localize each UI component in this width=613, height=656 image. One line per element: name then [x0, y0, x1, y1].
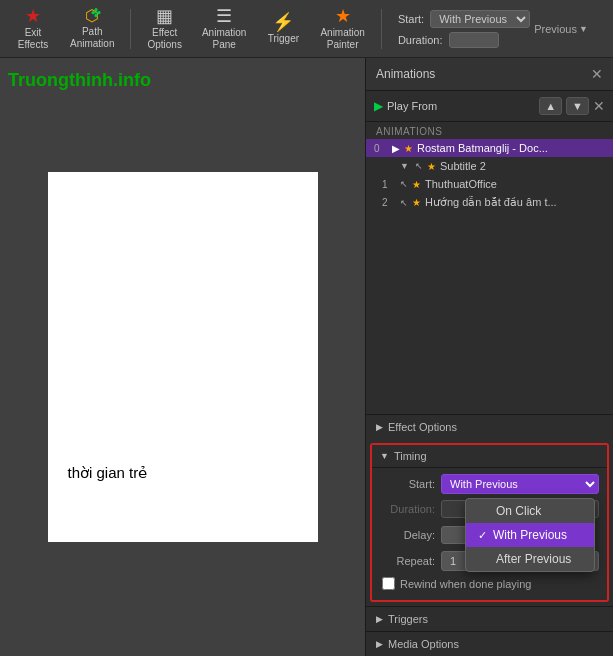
media-options-label: Media Options — [388, 638, 459, 650]
start-field-row: Start: With Previous On Click After Prev… — [380, 474, 599, 494]
timing-header-label: Timing — [394, 450, 427, 462]
trigger-icon: ⚡ — [272, 13, 294, 31]
animation-pane-label: Animation Pane — [202, 27, 246, 51]
anim-star-1: ★ — [412, 179, 421, 190]
start-duration-group: Start: With Previous On Click After Prev… — [398, 10, 530, 48]
previous-chevron-icon: ▼ — [579, 24, 588, 34]
after-previous-label: After Previous — [496, 552, 571, 566]
animation-item-0[interactable]: 0 ▶ ★ Rostam Batmanglij - Doc... — [366, 139, 613, 157]
dropdown-on-click[interactable]: On Click — [466, 499, 594, 523]
toolbar-divider-1 — [130, 9, 131, 49]
trigger-button[interactable]: ⚡ Trigger — [258, 9, 308, 48]
rewind-row: Rewind when done playing — [380, 577, 599, 590]
toolbar-divider-2 — [381, 9, 382, 49]
anim-num-2: 2 — [382, 197, 396, 208]
triggers-triangle-icon: ▶ — [376, 614, 383, 624]
play-from-label: Play From — [387, 100, 437, 112]
timing-header[interactable]: ▼ Timing — [372, 445, 607, 468]
panel-header: Animations ✕ — [366, 58, 613, 91]
animation-list: ANIMATIONS 0 ▶ ★ Rostam Batmanglij - Doc… — [366, 122, 613, 212]
effect-options-icon: ▦ — [156, 7, 173, 25]
slide-area: Truongthinh.info thời gian trẻ — [0, 58, 365, 656]
anim-num-1: 1 — [382, 179, 396, 190]
move-up-button[interactable]: ▲ — [539, 97, 562, 115]
exit-effects-label: Exit Effects — [18, 27, 48, 51]
anim-name-sub: Subtitle 2 — [440, 160, 605, 172]
with-previous-check-icon: ✓ — [478, 529, 487, 542]
anim-play-icon-0: ▶ — [392, 143, 400, 154]
anim-star-sub: ★ — [427, 161, 436, 172]
duration-field-label: Duration: — [380, 503, 435, 515]
triggers-row[interactable]: ▶ Triggers — [366, 606, 613, 631]
repeat-field-label: Repeat: — [380, 555, 435, 567]
animations-panel: Animations ✕ ▶ Play From ▲ ▼ ✕ ANIMATION… — [365, 58, 613, 656]
rewind-checkbox[interactable] — [382, 577, 395, 590]
media-options-row[interactable]: ▶ Media Options — [366, 631, 613, 656]
duration-label: Duration: — [398, 34, 443, 46]
timing-triangle-icon: ▼ — [380, 451, 389, 461]
start-row: Start: With Previous On Click After Prev… — [398, 10, 530, 28]
effect-options-row-label: Effect Options — [388, 421, 457, 433]
anim-name-2: Hướng dẫn bắt đầu âm t... — [425, 196, 605, 209]
effect-options-triangle-icon: ▶ — [376, 422, 383, 432]
start-field-label: Start: — [380, 478, 435, 490]
animation-pane-button[interactable]: ☰ Animation Pane — [194, 3, 254, 55]
play-icon: ▶ — [374, 99, 383, 113]
anim-name-0: Rostam Batmanglij - Doc... — [417, 142, 605, 154]
animation-painter-label: Animation Painter — [320, 27, 364, 51]
slide-canvas: thời gian trẻ — [48, 172, 318, 542]
slide-text: thời gian trẻ — [68, 464, 148, 482]
dropdown-with-previous[interactable]: ✓ With Previous — [466, 523, 594, 547]
panel-close-button[interactable]: ✕ — [593, 97, 605, 115]
trigger-label: Trigger — [268, 33, 299, 44]
duration-input[interactable] — [449, 32, 499, 48]
previous-label: Previous — [534, 23, 577, 35]
timing-fields: Start: With Previous On Click After Prev… — [372, 468, 607, 600]
previous-area: Previous ▼ — [534, 23, 588, 35]
anim-cursor-icon-1: ↖ — [400, 179, 408, 189]
timing-section: ▼ Timing Start: With Previous On Click A… — [370, 443, 609, 602]
main-area: Truongthinh.info thời gian trẻ Animation… — [0, 58, 613, 656]
rewind-label: Rewind when done playing — [400, 578, 531, 590]
move-down-button[interactable]: ▼ — [566, 97, 589, 115]
media-triangle-icon: ▶ — [376, 639, 383, 649]
delay-field-label: Delay: — [380, 529, 435, 541]
animations-label: ANIMATIONS — [366, 122, 613, 139]
duration-row: Duration: — [398, 32, 530, 48]
exit-effects-button[interactable]: ★ Exit Effects — [8, 3, 58, 55]
anim-cursor-icon: ↖ — [415, 161, 423, 171]
start-select[interactable]: With Previous On Click After Previous — [430, 10, 530, 28]
animation-pane-icon: ☰ — [216, 7, 232, 25]
triggers-label: Triggers — [388, 613, 428, 625]
animation-item-2[interactable]: 2 ↖ ★ Hướng dẫn bắt đầu âm t... — [366, 193, 613, 212]
play-from-button[interactable]: ▶ Play From — [374, 99, 437, 113]
anim-num-0: 0 — [374, 143, 388, 154]
effect-options-row[interactable]: ▶ Effect Options — [366, 414, 613, 439]
list-spacer — [366, 212, 613, 414]
arrow-buttons: ▲ ▼ ✕ — [539, 97, 605, 115]
panel-toolbar: ▶ Play From ▲ ▼ ✕ — [366, 91, 613, 122]
close-icon[interactable]: ✕ — [591, 66, 603, 82]
animation-item-1[interactable]: 1 ↖ ★ ThuthuatOffice — [366, 175, 613, 193]
animation-painter-icon: ★ — [335, 7, 351, 25]
animation-item-subtitle[interactable]: ▼ ↖ ★ Subtitle 2 — [366, 157, 613, 175]
effect-options-label: Effect Options — [147, 27, 181, 51]
start-label: Start: — [398, 13, 424, 25]
with-previous-label: With Previous — [493, 528, 567, 542]
anim-star-0: ★ — [404, 143, 413, 154]
path-animation-overlay-icon: ✤ — [91, 6, 101, 20]
anim-triangle-icon: ▼ — [400, 161, 409, 171]
start-dropdown: On Click ✓ With Previous After Previous — [465, 498, 595, 572]
anim-star-2: ★ — [412, 197, 421, 208]
animation-painter-button[interactable]: ★ Animation Painter — [312, 3, 372, 55]
exit-effects-icon: ★ — [25, 7, 41, 25]
anim-cursor-icon-2: ↖ — [400, 198, 408, 208]
effect-options-button[interactable]: ▦ Effect Options — [139, 3, 189, 55]
path-animation-label: Path Animation — [70, 26, 114, 50]
start-field-select[interactable]: With Previous On Click After Previous — [441, 474, 599, 494]
panel-title: Animations — [376, 67, 435, 81]
anim-name-1: ThuthuatOffice — [425, 178, 605, 190]
path-animation-button[interactable]: ⬡ ✤ Path Animation — [62, 4, 122, 54]
dropdown-after-previous[interactable]: After Previous — [466, 547, 594, 571]
watermark: Truongthinh.info — [8, 70, 151, 91]
